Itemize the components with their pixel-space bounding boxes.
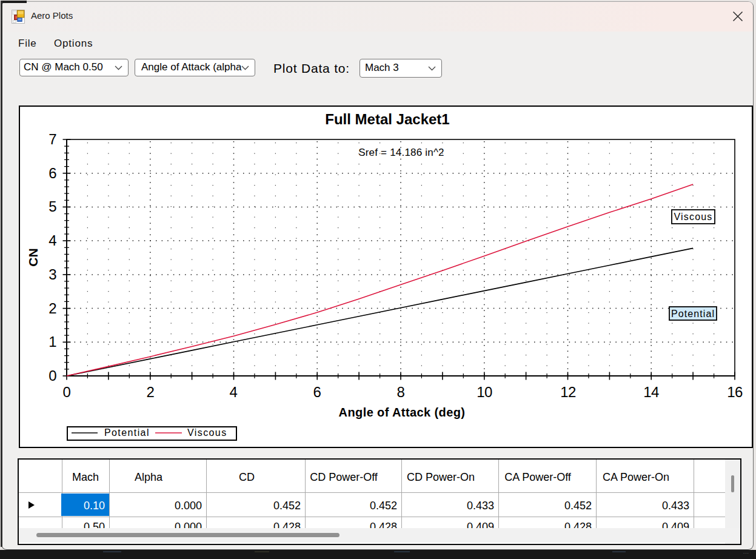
svg-text:Potential: Potential [671, 309, 715, 319]
svg-text:Angle of Attack (deg): Angle of Attack (deg) [339, 406, 466, 419]
svg-text:14: 14 [643, 384, 659, 400]
svg-text:5: 5 [49, 198, 56, 215]
svg-text:Full Metal Jacket1: Full Metal Jacket1 [325, 111, 449, 127]
svg-text:6: 6 [313, 384, 321, 400]
svg-text:12: 12 [560, 384, 576, 400]
svg-text:Sref = 14.186 in^2: Sref = 14.186 in^2 [358, 147, 444, 158]
svg-text:0: 0 [49, 367, 56, 384]
svg-text:Potential: Potential [104, 427, 150, 438]
svg-text:10: 10 [477, 384, 492, 400]
svg-text:2: 2 [147, 384, 155, 400]
svg-text:7: 7 [49, 131, 56, 147]
svg-text:1: 1 [49, 333, 56, 350]
svg-text:Viscous: Viscous [674, 212, 712, 222]
svg-text:4: 4 [49, 232, 56, 249]
svg-text:Viscous: Viscous [187, 427, 227, 438]
svg-text:2: 2 [49, 300, 56, 316]
svg-text:3: 3 [49, 266, 56, 283]
svg-text:8: 8 [397, 384, 405, 400]
svg-text:6: 6 [49, 165, 56, 181]
svg-text:16: 16 [727, 384, 743, 400]
svg-text:4: 4 [230, 384, 238, 400]
svg-text:0: 0 [63, 384, 71, 400]
svg-text:CN: CN [26, 248, 40, 266]
